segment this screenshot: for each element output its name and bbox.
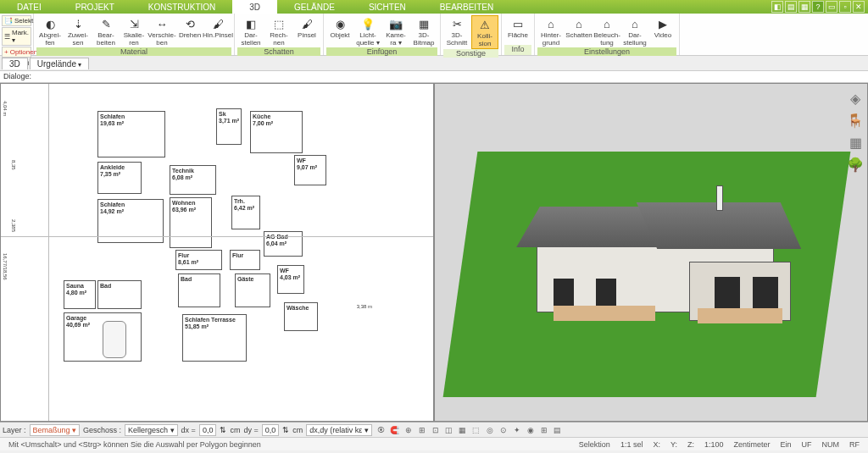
icon-5[interactable]: ▭ <box>826 1 837 13</box>
tool-material-5[interactable]: ⟲Drehen <box>176 15 203 40</box>
layers-icon[interactable]: ◈ <box>847 91 864 108</box>
geschoss-label: Geschoss : <box>83 426 121 434</box>
tool-einfügen-0[interactable]: ◉Objekt <box>326 15 353 40</box>
materials-icon[interactable]: ▦ <box>847 135 864 152</box>
tool-material-1[interactable]: ⇣Zuwei-sen <box>64 15 92 47</box>
room-18[interactable]: Schlafen Terrasse51,85 m² <box>182 314 247 362</box>
tool-einstellungen-1[interactable]: ⌂Schatten <box>565 15 593 40</box>
bottom-icon-1[interactable]: 🧲 <box>389 424 401 436</box>
tool-icon: ◧ <box>243 16 259 31</box>
bottom-icon-3[interactable]: ⊞ <box>416 424 428 436</box>
layer-select[interactable]: Bemaßung ▾ <box>30 424 81 436</box>
tool-schatten-2[interactable]: 🖌Pinsel <box>293 15 320 40</box>
tool-label: Fläche <box>508 31 528 39</box>
bottom-icon-12[interactable]: ⊞ <box>538 424 550 436</box>
tool-material-4[interactable]: ↔Verschie-ben <box>148 15 175 47</box>
room-10[interactable]: AG Bad6,04 m² <box>264 231 303 257</box>
tool-schatten-1[interactable]: ⬚Rech-nen <box>265 15 292 47</box>
dx-input[interactable]: 0,0 <box>199 424 217 436</box>
icon-7[interactable]: ✕ <box>853 1 865 13</box>
coord-mode[interactable]: dx,dy (relativ kε ▾ <box>306 424 372 436</box>
room-5[interactable]: Technik6,08 m² <box>170 165 216 195</box>
bottom-icon-13[interactable]: ▤ <box>552 424 564 436</box>
room-14[interactable]: WF4,03 m² <box>277 265 304 294</box>
optionen-button[interactable]: +Optionen <box>2 47 31 58</box>
tool-einfügen-1[interactable]: 💡Licht-quelle ▾ <box>354 15 381 47</box>
furniture-icon[interactable]: 🪑 <box>847 113 864 130</box>
tool-schatten-0[interactable]: ◧Dar-stellen <box>237 15 264 47</box>
menu-datei[interactable]: DATEI <box>0 0 58 14</box>
menu-konstruktion[interactable]: KONSTRUKTION <box>131 0 232 14</box>
tool-einstellungen-0[interactable]: ⌂Hinter-grund <box>537 15 565 47</box>
tool-label: Kame-ra ▾ <box>383 31 409 47</box>
tool-einfügen-2[interactable]: 📷Kame-ra ▾ <box>382 15 409 47</box>
room-7[interactable]: WF9,07 m² <box>294 155 326 185</box>
dy-stepper[interactable]: ⇅ <box>282 426 289 434</box>
tool-material-6[interactable]: 🖌Hin.Pinsel <box>204 15 231 40</box>
tool-einstellungen-4[interactable]: ▶Video <box>649 15 676 40</box>
room-12[interactable]: Bad <box>178 273 220 307</box>
icon-2[interactable]: ▤ <box>785 1 797 13</box>
menu-3d[interactable]: 3D <box>232 0 277 14</box>
icon-1[interactable]: ◧ <box>771 1 783 13</box>
help-icon[interactable]: ? <box>812 1 824 13</box>
mark-button[interactable]: ☰Mark. ▾ <box>2 27 31 46</box>
room-label: Trh.6,42 m² <box>234 198 254 212</box>
bottom-icon-9[interactable]: ⊙ <box>498 424 509 436</box>
bottom-icon-8[interactable]: ◎ <box>484 424 496 436</box>
room-9[interactable]: Flur8,61 m² <box>175 250 222 270</box>
room-1[interactable]: Ankleide7,35 m² <box>97 162 142 194</box>
guide-v <box>48 84 49 421</box>
bottom-icon-2[interactable]: ⊕ <box>403 424 415 436</box>
tool-einfügen-3[interactable]: ▦3D-Bitmap <box>410 15 437 47</box>
bottom-icon-0[interactable]: ⦿ <box>376 424 387 436</box>
tool-material-3[interactable]: ⇲Skalie-ren <box>120 15 147 47</box>
room-15[interactable]: Sauna4,80 m² <box>64 280 96 309</box>
room-6[interactable]: Wohnen63,96 m² <box>170 197 212 248</box>
viewtab-urgelaende[interactable]: Urgelände <box>30 58 89 69</box>
icon-3[interactable]: ▦ <box>798 1 810 13</box>
status-uf: UF <box>797 440 817 449</box>
tool-sonstige-0[interactable]: ✂3D-Schnitt <box>443 15 470 47</box>
tool-info-0[interactable]: ▭Fläche <box>504 15 531 40</box>
status-x: X: <box>648 440 665 449</box>
menu-bearbeiten[interactable]: BEARBEITEN <box>423 0 510 14</box>
viewtab-3d[interactable]: 3D <box>2 58 28 69</box>
tool-einstellungen-2[interactable]: ⌂Beleuch-tung <box>593 15 620 47</box>
tool-einstellungen-3[interactable]: ⌂Dar-stellung <box>621 15 648 47</box>
menu-sichten[interactable]: SICHTEN <box>352 0 423 14</box>
tree-icon[interactable]: 🌳 <box>847 157 864 174</box>
room-11[interactable]: Flur <box>230 250 260 270</box>
bottom-icon-5[interactable]: ◫ <box>443 424 455 436</box>
icon-6[interactable]: ▫ <box>839 1 851 13</box>
floorplan-pane[interactable]: Schlafen19,63 m²Ankleide7,35 m²Schlafen1… <box>0 83 434 422</box>
tool-material-2[interactable]: ✎Bear-beiten <box>92 15 120 47</box>
menu-gelaende[interactable]: GELÄNDE <box>277 0 352 14</box>
room-label: Wohnen63,96 m² <box>172 200 196 213</box>
tool-icon: ▶ <box>655 16 670 31</box>
tool-sonstige-1[interactable]: ⚠Kolli-sion <box>471 15 498 49</box>
room-3[interactable]: Sk3,71 m² <box>216 108 242 145</box>
dx-label: dx = <box>181 426 196 434</box>
menu-projekt[interactable]: PROJEKT <box>58 0 131 14</box>
room-13[interactable]: Gäste <box>235 273 270 307</box>
bottom-icon-10[interactable]: ✦ <box>511 424 523 436</box>
room-4[interactable]: Küche7,00 m² <box>250 111 303 153</box>
room-0[interactable]: Schlafen19,63 m² <box>97 111 165 157</box>
tool-material-0[interactable]: ◐Abgrei-fen <box>36 15 64 47</box>
group-label: Material <box>36 47 231 56</box>
status-z: Z: <box>682 440 699 449</box>
selekt-button[interactable]: 📑Selekt <box>2 15 31 26</box>
room-16[interactable]: Bad <box>97 280 142 309</box>
room-19[interactable]: Wäsche <box>284 302 318 331</box>
geschoss-select[interactable]: Kellergesch ▾ <box>125 424 178 436</box>
3d-pane[interactable]: ◈ 🪑 ▦ 🌳 <box>434 83 868 422</box>
bottom-icon-11[interactable]: ◉ <box>525 424 537 436</box>
room-label: Sk3,71 m² <box>219 111 239 124</box>
bottom-icon-6[interactable]: ▦ <box>457 424 469 436</box>
bottom-icon-4[interactable]: ⊡ <box>430 424 442 436</box>
dx-stepper[interactable]: ⇅ <box>220 426 226 434</box>
dy-input[interactable]: 0,0 <box>262 424 280 436</box>
bottom-icon-7[interactable]: ⬚ <box>470 424 482 436</box>
room-8[interactable]: Trh.6,42 m² <box>231 196 260 229</box>
